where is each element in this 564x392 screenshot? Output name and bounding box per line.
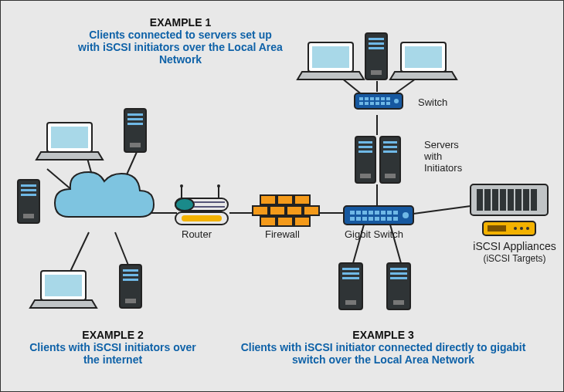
svg-rect-47	[362, 217, 367, 221]
svg-rect-104	[123, 279, 138, 281]
svg-rect-90	[21, 184, 36, 187]
svg-rect-88	[51, 127, 88, 148]
example2-subtitle: Clients with iSCSI initiators over the i…	[28, 341, 198, 366]
example2-caption: EXAMPLE 2 Clients with iSCSI initiators …	[28, 329, 198, 366]
svg-rect-117	[477, 189, 483, 211]
svg-rect-31	[287, 206, 302, 215]
svg-rect-50	[381, 217, 386, 221]
links	[47, 75, 471, 275]
svg-rect-105	[125, 299, 136, 303]
ex1-laptop-left-icon	[297, 42, 364, 79]
router-icon	[175, 184, 228, 225]
svg-rect-52	[393, 217, 398, 221]
svg-rect-54	[355, 93, 403, 109]
example3-title: EXAMPLE 3	[240, 329, 526, 341]
svg-rect-98	[130, 143, 141, 147]
svg-rect-57	[370, 97, 374, 100]
svg-rect-63	[370, 102, 374, 105]
svg-rect-109	[342, 277, 359, 279]
ex2-tower-left-icon	[18, 180, 39, 223]
svg-rect-103	[123, 274, 138, 276]
svg-rect-39	[362, 211, 367, 215]
svg-point-53	[403, 212, 409, 218]
svg-rect-68	[355, 137, 375, 183]
svg-rect-89	[18, 180, 39, 223]
example3-subtitle: Clients with iSCSI initiator connected d…	[240, 341, 526, 366]
gigabit-switch-icon	[344, 206, 413, 225]
server-initiator-b-icon	[380, 137, 400, 183]
svg-point-128	[520, 227, 523, 230]
svg-rect-124	[531, 189, 537, 211]
svg-rect-112	[390, 268, 407, 270]
svg-point-127	[514, 227, 517, 230]
svg-rect-27	[277, 195, 293, 204]
ex1-tower-icon	[365, 33, 387, 79]
svg-rect-123	[523, 189, 529, 211]
svg-line-2	[118, 152, 137, 194]
example3-caption: EXAMPLE 3 Clients with iSCSI initiator c…	[240, 329, 526, 366]
svg-rect-64	[375, 102, 379, 105]
ex2-laptop-bottom-icon	[30, 271, 97, 308]
svg-rect-66	[386, 102, 390, 105]
svg-line-4	[115, 232, 131, 271]
svg-rect-20	[175, 198, 228, 211]
svg-rect-75	[383, 146, 397, 148]
svg-rect-96	[127, 118, 143, 120]
svg-rect-37	[350, 211, 355, 215]
svg-rect-56	[365, 97, 369, 100]
svg-rect-26	[260, 195, 276, 204]
svg-rect-113	[390, 272, 407, 275]
svg-rect-83	[369, 47, 384, 49]
svg-point-18	[180, 184, 183, 188]
svg-rect-29	[253, 206, 268, 215]
svg-point-67	[394, 99, 399, 103]
svg-rect-121	[508, 189, 514, 211]
svg-rect-41	[375, 211, 379, 215]
svg-rect-122	[515, 189, 522, 211]
gigabit-switch-label: Gigbit Switch	[345, 229, 403, 241]
svg-rect-62	[365, 102, 369, 105]
example1-title: EXAMPLE 1	[78, 16, 283, 29]
svg-rect-59	[381, 97, 385, 100]
svg-rect-91	[21, 189, 36, 191]
svg-rect-80	[365, 33, 387, 79]
svg-rect-60	[386, 97, 390, 100]
svg-rect-125	[483, 221, 535, 235]
ex3-tower-b-icon	[387, 263, 410, 309]
svg-rect-42	[381, 211, 386, 215]
svg-rect-23	[194, 206, 225, 208]
svg-rect-85	[401, 42, 446, 72]
svg-rect-72	[360, 174, 371, 178]
svg-rect-102	[123, 269, 138, 272]
svg-rect-69	[358, 141, 372, 144]
svg-rect-28	[294, 195, 310, 204]
svg-rect-61	[359, 102, 363, 105]
svg-rect-84	[371, 70, 382, 75]
firewall-icon	[253, 195, 319, 226]
svg-rect-110	[345, 300, 356, 305]
svg-rect-126	[488, 225, 506, 231]
svg-rect-99	[41, 271, 86, 300]
svg-rect-44	[393, 211, 398, 215]
svg-point-19	[217, 184, 220, 188]
svg-rect-115	[393, 300, 404, 305]
svg-rect-100	[45, 275, 82, 296]
example1-caption: EXAMPLE 1 Clients connected to servers s…	[78, 16, 283, 66]
svg-line-12	[393, 75, 421, 95]
iscsi-rack-icon	[471, 184, 548, 215]
svg-rect-95	[127, 113, 143, 116]
svg-rect-106	[339, 263, 362, 309]
svg-rect-108	[342, 272, 359, 275]
svg-rect-78	[308, 42, 353, 72]
svg-rect-93	[23, 214, 34, 218]
svg-line-3	[69, 232, 89, 275]
servers-initiators-label: Servers with Initiators	[424, 140, 462, 174]
switch-label: Switch	[418, 97, 447, 109]
svg-rect-51	[387, 217, 392, 221]
svg-rect-49	[375, 217, 379, 221]
svg-rect-25	[182, 215, 222, 221]
svg-rect-32	[304, 206, 319, 215]
ex2-laptop-topleft-icon	[36, 123, 103, 160]
svg-line-1	[84, 147, 95, 186]
svg-rect-111	[387, 263, 410, 309]
